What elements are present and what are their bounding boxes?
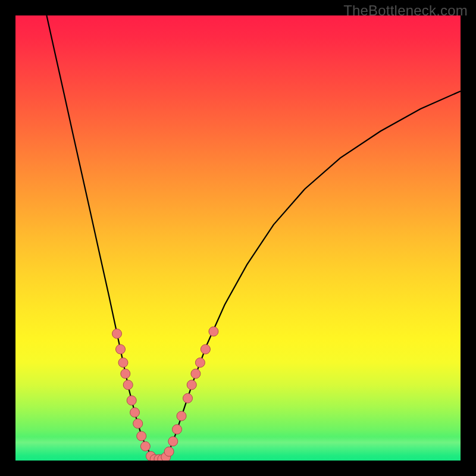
sample-dot bbox=[123, 380, 133, 390]
sample-dot bbox=[133, 419, 143, 428]
watermark-text: TheBottleneck.com bbox=[343, 2, 468, 19]
sample-dot bbox=[118, 358, 128, 367]
sample-dot bbox=[137, 431, 146, 441]
sample-dot bbox=[183, 393, 193, 403]
sample-dot bbox=[121, 369, 130, 378]
sample-dot bbox=[164, 447, 174, 456]
chart-stage: TheBottleneck.com bbox=[0, 0, 476, 476]
sample-dot bbox=[140, 441, 150, 451]
sample-dot bbox=[116, 345, 126, 354]
curve-layer bbox=[15, 15, 461, 461]
sample-dot bbox=[127, 396, 136, 405]
sample-dot bbox=[209, 327, 218, 336]
sample-dot bbox=[173, 425, 182, 434]
plot-area bbox=[15, 15, 461, 461]
sample-dot bbox=[195, 358, 205, 367]
sample-dot bbox=[201, 345, 210, 354]
sample-dot bbox=[130, 408, 140, 417]
sample-dot bbox=[168, 437, 178, 446]
bottleneck-curve bbox=[46, 15, 461, 459]
sample-dots bbox=[112, 327, 218, 461]
sample-dot bbox=[112, 329, 122, 339]
sample-dot bbox=[177, 411, 186, 421]
sample-dot bbox=[191, 369, 201, 378]
sample-dot bbox=[187, 380, 196, 390]
